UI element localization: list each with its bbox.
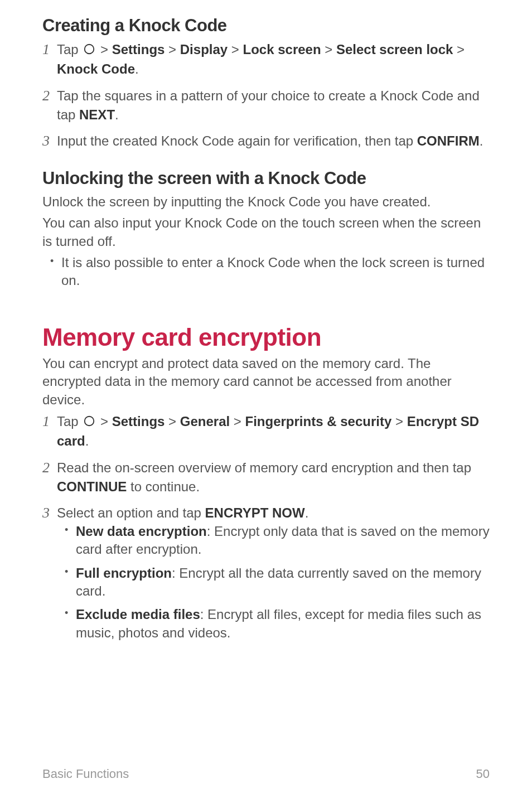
- breadcrumb-separator: >: [228, 42, 243, 57]
- step-text: Read the on-screen overview of memory ca…: [57, 458, 490, 496]
- step-number: 3: [42, 505, 57, 521]
- steps-creating-knock-code: 1 Tap > Settings > Display > Lock screen…: [42, 40, 490, 151]
- paragraph: You can encrypt and protect data saved o…: [42, 355, 490, 409]
- text: Tap: [57, 42, 82, 57]
- list-item: It is also possible to enter a Knock Cod…: [48, 254, 490, 290]
- step-1: 1 Tap > Settings > General > Fingerprint…: [42, 412, 490, 451]
- bullet-list: It is also possible to enter a Knock Cod…: [42, 254, 490, 290]
- heading-unlocking-knock-code: Unlocking the screen with a Knock Code: [42, 168, 490, 188]
- breadcrumb-separator: >: [96, 414, 112, 429]
- step-text: Tap > Settings > Display > Lock screen >…: [57, 40, 490, 79]
- step-1: 1 Tap > Settings > Display > Lock screen…: [42, 40, 490, 79]
- option-label: Full encryption: [76, 565, 172, 581]
- breadcrumb-separator: >: [165, 414, 180, 429]
- text: .: [135, 61, 139, 76]
- text: .: [480, 133, 483, 148]
- nav-select-screen-lock: Select screen lock: [336, 42, 453, 57]
- paragraph: Unlock the screen by inputting the Knock…: [42, 193, 490, 211]
- next-label: NEXT: [79, 107, 115, 122]
- step-3: 3 Input the created Knock Code again for…: [42, 132, 490, 151]
- step-text: Select an option and tap ENCRYPT NOW. Ne…: [57, 504, 490, 647]
- nav-general: General: [180, 414, 230, 429]
- breadcrumb-separator: >: [165, 42, 180, 57]
- breadcrumb-separator: >: [230, 414, 245, 429]
- step-2: 2 Read the on-screen overview of memory …: [42, 458, 490, 496]
- nav-settings: Settings: [112, 414, 165, 429]
- svg-point-1: [85, 417, 94, 426]
- list-item: Full encryption: Encrypt all the data cu…: [62, 564, 490, 601]
- text: Select an option and tap: [57, 505, 205, 520]
- sub-bullet-list: New data encryption: Encrypt only data t…: [57, 523, 490, 642]
- heading-creating-knock-code: Creating a Knock Code: [42, 16, 490, 36]
- list-item: New data encryption: Encrypt only data t…: [62, 523, 490, 559]
- nav-settings: Settings: [112, 42, 165, 57]
- paragraph: You can also input your Knock Code on th…: [42, 214, 490, 250]
- option-label: New data encryption: [76, 524, 207, 539]
- text: .: [85, 433, 89, 448]
- step-2: 2 Tap the squares in a pattern of your c…: [42, 86, 490, 124]
- text: Tap the squares in a pattern of your cho…: [57, 88, 480, 122]
- home-icon: [83, 41, 95, 60]
- step-number: 2: [42, 88, 57, 104]
- step-number: 2: [42, 460, 57, 476]
- step-number: 3: [42, 133, 57, 149]
- home-icon: [83, 413, 95, 432]
- svg-point-0: [85, 45, 94, 54]
- page-number: 50: [476, 767, 490, 781]
- text: to continue.: [127, 479, 200, 494]
- confirm-label: CONFIRM: [417, 133, 480, 148]
- encrypt-now-label: ENCRYPT NOW: [205, 505, 305, 520]
- nav-knock-code: Knock Code: [57, 61, 135, 76]
- nav-fingerprints-security: Fingerprints & security: [245, 414, 392, 429]
- step-number: 1: [42, 413, 57, 430]
- step-text: Tap > Settings > General > Fingerprints …: [57, 412, 490, 451]
- footer-section-name: Basic Functions: [42, 767, 129, 781]
- breadcrumb-separator: >: [96, 42, 112, 57]
- continue-label: CONTINUE: [57, 479, 127, 494]
- text: Tap: [57, 414, 82, 429]
- option-label: Exclude media files: [76, 607, 200, 622]
- step-text: Input the created Knock Code again for v…: [57, 132, 490, 151]
- text: Input the created Knock Code again for v…: [57, 133, 417, 148]
- page-footer: Basic Functions 50: [42, 767, 490, 781]
- list-item: Exclude media files: Encrypt all files, …: [62, 606, 490, 642]
- text: .: [305, 505, 309, 520]
- steps-memory-card-encryption: 1 Tap > Settings > General > Fingerprint…: [42, 412, 490, 647]
- text: .: [115, 107, 119, 122]
- text: Read the on-screen overview of memory ca…: [57, 460, 471, 475]
- breadcrumb-separator: >: [391, 414, 407, 429]
- nav-lock-screen: Lock screen: [243, 42, 321, 57]
- step-number: 1: [42, 41, 57, 58]
- breadcrumb-separator: >: [453, 42, 465, 57]
- step-3: 3 Select an option and tap ENCRYPT NOW. …: [42, 504, 490, 647]
- breadcrumb-separator: >: [321, 42, 336, 57]
- step-text: Tap the squares in a pattern of your cho…: [57, 86, 490, 124]
- nav-display: Display: [180, 42, 228, 57]
- heading-memory-card-encryption: Memory card encryption: [42, 323, 490, 351]
